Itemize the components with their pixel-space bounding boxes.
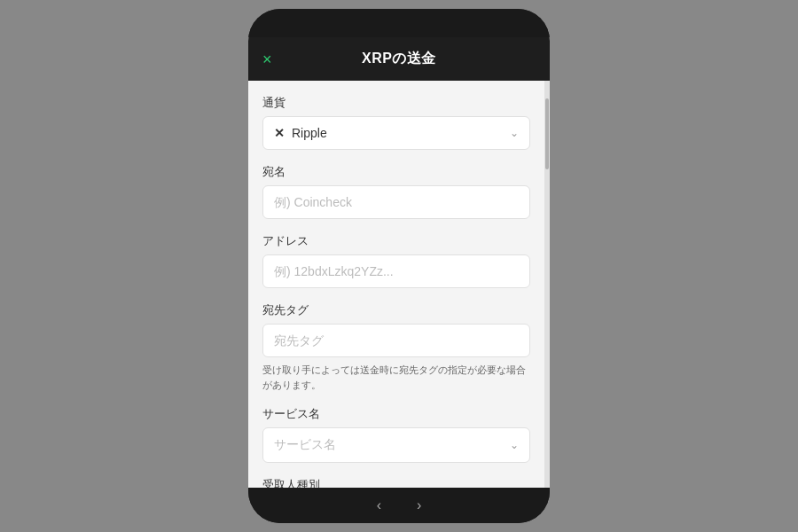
scrollbar-track — [544, 81, 550, 488]
address-section: アドレス — [262, 233, 530, 288]
scrollable-area: 通貨 ✕ Ripple ⌄ 宛名 アドレス — [248, 81, 550, 488]
header: × XRPの送金 — [248, 37, 550, 81]
bottom-nav-bar: ‹ › — [248, 488, 550, 523]
service-name-label: サービス名 — [262, 406, 530, 422]
recipient-type-section: 受取人種別 本人への送金 ⌄ — [262, 477, 530, 488]
currency-section: 通貨 ✕ Ripple ⌄ — [262, 95, 530, 150]
currency-select-value: Ripple — [292, 126, 327, 140]
currency-label: 通貨 — [262, 95, 530, 111]
xrp-x-icon: ✕ — [274, 126, 285, 140]
forward-button[interactable]: › — [417, 497, 421, 513]
phone-frame: × XRPの送金 通貨 ✕ Ripple ⌄ — [248, 9, 550, 523]
destination-tag-hint: 受け取り手によっては送金時に宛先タグの指定が必要な場合があります。 — [262, 363, 530, 392]
destination-tag-section: 宛先タグ 受け取り手によっては送金時に宛先タグの指定が必要な場合があります。 — [262, 302, 530, 392]
recipient-name-section: 宛名 — [262, 164, 530, 219]
scrollbar-thumb[interactable] — [545, 98, 549, 169]
recipient-name-input[interactable] — [262, 185, 530, 219]
back-button[interactable]: ‹ — [377, 497, 381, 513]
destination-tag-input[interactable] — [262, 324, 530, 357]
phone-top-bar — [248, 9, 550, 37]
currency-select-left: ✕ Ripple — [274, 126, 327, 140]
phone-screen: × XRPの送金 通貨 ✕ Ripple ⌄ — [248, 37, 550, 488]
close-button[interactable]: × — [262, 51, 272, 67]
chevron-down-icon: ⌄ — [510, 127, 519, 139]
recipient-type-label: 受取人種別 — [262, 477, 530, 488]
recipient-name-label: 宛名 — [262, 164, 530, 180]
service-name-select[interactable]: サービス名 ⌄ — [262, 427, 530, 463]
service-name-section: サービス名 サービス名 ⌄ — [262, 406, 530, 463]
address-label: アドレス — [262, 233, 530, 249]
page-title: XRPの送金 — [362, 50, 436, 68]
address-input[interactable] — [262, 254, 530, 288]
service-chevron-icon: ⌄ — [510, 439, 519, 451]
destination-tag-label: 宛先タグ — [262, 302, 530, 318]
currency-select[interactable]: ✕ Ripple ⌄ — [262, 116, 530, 150]
form-content: 通貨 ✕ Ripple ⌄ 宛名 アドレス — [248, 81, 544, 488]
service-name-placeholder: サービス名 — [274, 437, 336, 453]
